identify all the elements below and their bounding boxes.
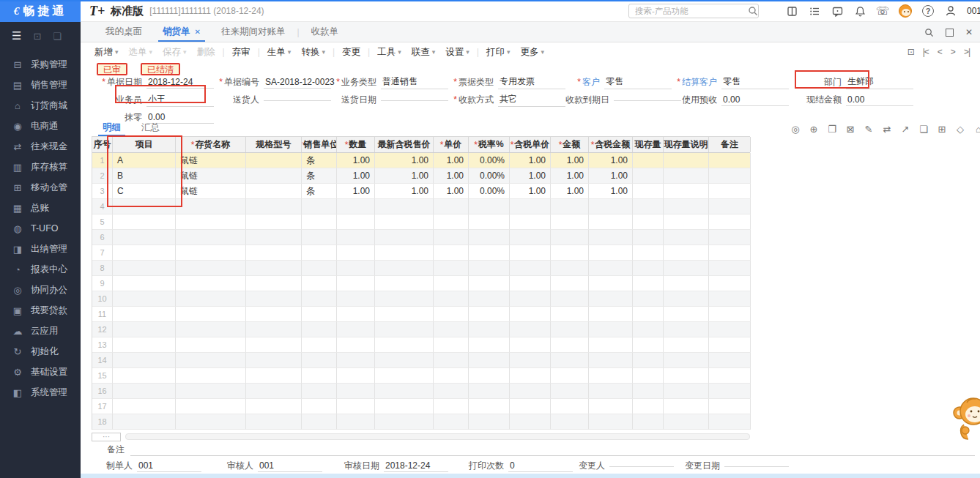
field-value-客户[interactable]: 零售	[604, 75, 672, 89]
cell-最新含税售价[interactable]	[375, 291, 434, 307]
field-value-使用预收[interactable]: 0.00	[721, 94, 789, 106]
trend-icon[interactable]: ↗	[899, 123, 911, 135]
cell-项目[interactable]	[113, 384, 176, 399]
cell-现存量[interactable]	[633, 168, 664, 184]
tab-收款单[interactable]: 收款单	[301, 22, 349, 42]
cell-销售单位[interactable]	[302, 276, 337, 291]
cell-存货名称[interactable]: 鼠链	[176, 153, 246, 168]
footer-field-value[interactable]	[724, 465, 789, 467]
column-header-含税金额[interactable]: *含税金额	[589, 137, 633, 152]
cell-备注[interactable]	[709, 230, 751, 245]
cell-数量[interactable]	[337, 368, 375, 384]
cell-金额[interactable]	[551, 291, 589, 307]
cell-存货名称[interactable]	[176, 199, 246, 214]
cell-金额[interactable]	[551, 384, 589, 399]
cell-含税单价[interactable]	[510, 307, 551, 322]
cell-规格型号[interactable]	[246, 368, 302, 384]
cell-单价[interactable]: 1.00	[434, 184, 469, 199]
cell-税率%[interactable]	[469, 291, 510, 307]
cell-单价[interactable]	[434, 353, 469, 368]
cell-税率%[interactable]: 0.00%	[469, 153, 510, 168]
table-row[interactable]: 8	[92, 261, 750, 276]
field-value-送货日期[interactable]	[381, 99, 448, 101]
cell-规格型号[interactable]	[246, 414, 302, 430]
cell-备注[interactable]	[709, 399, 751, 414]
变更-button[interactable]: 变更	[342, 46, 360, 59]
cell-销售单位[interactable]: 条	[302, 168, 337, 184]
cell-项目[interactable]	[113, 230, 176, 245]
cell-税率%[interactable]	[469, 199, 510, 214]
cell-金额[interactable]: 1.00	[551, 168, 589, 184]
cell-现存量[interactable]	[633, 414, 664, 430]
cell-单价[interactable]	[434, 214, 469, 230]
cell-最新含税售价[interactable]	[375, 368, 434, 384]
cell-存货名称[interactable]	[176, 384, 246, 399]
cell-含税金额[interactable]	[589, 384, 633, 399]
table-row[interactable]: 4	[92, 199, 750, 214]
sidebar-item-system-management[interactable]: ◧系统管理	[0, 382, 81, 403]
cell-项目[interactable]: C	[113, 184, 176, 199]
cell-项目[interactable]	[113, 214, 176, 230]
cell-备注[interactable]	[709, 245, 751, 261]
cell-最新含税售价[interactable]	[375, 322, 434, 337]
cell-现存量[interactable]	[633, 291, 664, 307]
cell-金额[interactable]	[551, 353, 589, 368]
cell-税率%[interactable]	[469, 322, 510, 337]
sidebar-item-purchase[interactable]: ⊟采购管理	[0, 54, 81, 75]
cell-数量[interactable]	[337, 230, 375, 245]
cell-现存量说明[interactable]	[664, 337, 709, 353]
cell-金额[interactable]	[551, 276, 589, 291]
sidebar-item-general-ledger[interactable]: ▦总账	[0, 198, 81, 218]
cell-单价[interactable]: 1.00	[434, 153, 469, 168]
footer-field-value[interactable]: 0	[508, 460, 573, 472]
cell-含税单价[interactable]	[510, 414, 551, 430]
cell-项目[interactable]	[113, 337, 176, 353]
cell-项目[interactable]	[113, 368, 176, 384]
footer-field-value[interactable]: 001	[258, 460, 322, 472]
cell-现存量[interactable]	[633, 199, 664, 214]
table-row[interactable]: 14	[92, 353, 750, 368]
cell-税率%[interactable]	[469, 414, 510, 430]
cell-存货名称[interactable]	[176, 245, 246, 261]
cell-单价[interactable]	[434, 230, 469, 245]
cell-数量[interactable]	[337, 276, 375, 291]
sidebar-item-mobile-warehouse[interactable]: ⊞移动仓管	[0, 177, 81, 198]
cell-现存量说明[interactable]	[664, 199, 709, 214]
cell-含税金额[interactable]	[589, 368, 633, 384]
cell-项目[interactable]	[113, 399, 176, 414]
cell-金额[interactable]	[551, 307, 589, 322]
cell-现存量[interactable]	[633, 184, 664, 199]
cell-金额[interactable]: 1.00	[551, 184, 589, 199]
cell-规格型号[interactable]	[246, 399, 302, 414]
column-header-规格型号[interactable]: 规格型号	[246, 137, 302, 152]
cell-现存量说明[interactable]	[664, 368, 709, 384]
cell-备注[interactable]	[709, 199, 751, 214]
cell-项目[interactable]	[113, 307, 176, 322]
cell-现存量说明[interactable]	[664, 414, 709, 430]
cell-含税金额[interactable]	[589, 291, 633, 307]
cell-最新含税售价[interactable]: 1.00	[375, 153, 434, 168]
cell-现存量说明[interactable]	[664, 230, 709, 245]
cell-最新含税售价[interactable]	[375, 199, 434, 214]
apps-grid-icon[interactable]	[785, 4, 798, 18]
mascot-icon[interactable]	[899, 4, 912, 18]
sidebar-item-sales[interactable]: ▤销售管理	[0, 75, 81, 95]
cell-现存量[interactable]	[633, 307, 664, 322]
cell-单价[interactable]	[434, 384, 469, 399]
field-value-业务员[interactable]: 小王	[146, 92, 214, 107]
cell-最新含税售价[interactable]	[375, 399, 434, 414]
新增-button[interactable]: 新增▾	[94, 46, 119, 59]
cell-销售单位[interactable]	[302, 261, 337, 276]
table-row[interactable]: 15	[92, 368, 750, 384]
cell-销售单位[interactable]	[302, 214, 337, 230]
cell-最新含税售价[interactable]: 1.00	[375, 184, 434, 199]
next-record-icon[interactable]: >	[951, 47, 955, 57]
help-icon[interactable]: ?	[921, 4, 935, 18]
cell-销售单位[interactable]	[302, 414, 337, 430]
cell-数量[interactable]: 1.00	[337, 153, 375, 168]
cell-规格型号[interactable]	[246, 168, 302, 184]
cell-销售单位[interactable]	[302, 307, 337, 322]
table-row[interactable]: 16	[92, 384, 750, 399]
cell-含税单价[interactable]	[510, 214, 551, 230]
cell-规格型号[interactable]	[246, 337, 302, 353]
